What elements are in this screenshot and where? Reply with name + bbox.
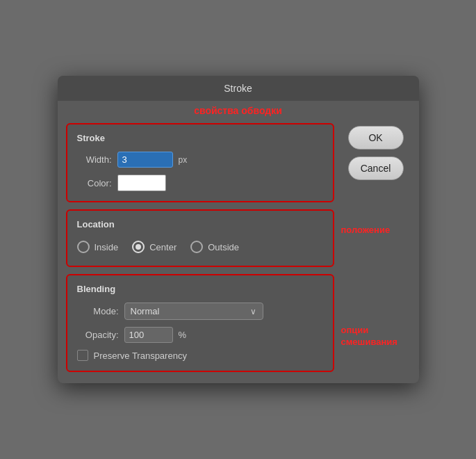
location-radio-group: Inside Center Outside xyxy=(77,238,323,256)
opacity-unit: % xyxy=(179,330,187,340)
preserve-transparency-row: Preserve Transparency xyxy=(77,350,323,361)
color-swatch[interactable] xyxy=(117,175,166,191)
stroke-panel-title: Stroke xyxy=(77,133,323,143)
location-annotation: положение xyxy=(341,225,411,236)
opacity-input[interactable] xyxy=(124,327,173,343)
radio-inside-label: Inside xyxy=(95,242,119,252)
blending-annotation-line1: опции xyxy=(341,325,411,337)
color-label: Color: xyxy=(77,178,112,188)
opacity-label: Opacity: xyxy=(77,330,119,340)
width-label: Width: xyxy=(77,154,112,165)
width-unit: px xyxy=(179,155,188,165)
mode-row: Mode: Normal Dissolve Multiply Screen Ov… xyxy=(77,303,323,320)
radio-center-label: Center xyxy=(149,242,177,252)
left-panels: Stroke Width: px Color: Location I xyxy=(66,123,334,372)
width-row: Width: px xyxy=(77,152,323,168)
radio-inside-button[interactable] xyxy=(77,241,90,253)
dialog-subtitle: свойства обводки xyxy=(58,105,419,116)
preserve-transparency-checkbox[interactable] xyxy=(77,350,88,361)
mode-select-wrapper: Normal Dissolve Multiply Screen Overlay xyxy=(124,303,263,320)
radio-outside-label: Outside xyxy=(208,242,239,252)
stroke-dialog: Stroke свойства обводки Stroke Width: px… xyxy=(58,76,419,383)
radio-outside-button[interactable] xyxy=(190,241,203,253)
preserve-transparency-label: Preserve Transparency xyxy=(94,351,187,361)
radio-center-button[interactable] xyxy=(132,241,145,253)
right-panel: OK Cancel положение опции смешивания xyxy=(341,123,411,372)
width-input[interactable] xyxy=(117,152,173,168)
radio-outside[interactable]: Outside xyxy=(190,241,239,253)
ok-button[interactable]: OK xyxy=(348,126,404,150)
blending-annotation-line2: смешивания xyxy=(341,337,411,348)
blending-panel: Blending Mode: Normal Dissolve Multiply … xyxy=(66,274,334,372)
radio-inside[interactable]: Inside xyxy=(77,241,119,253)
radio-center[interactable]: Center xyxy=(132,241,177,253)
radio-center-dot xyxy=(136,244,141,250)
location-panel-title: Location xyxy=(77,219,323,230)
cancel-button[interactable]: Cancel xyxy=(348,156,404,180)
stroke-panel: Stroke Width: px Color: xyxy=(66,123,334,202)
dialog-title: Stroke xyxy=(224,83,252,94)
color-row: Color: xyxy=(77,175,323,191)
mode-select[interactable]: Normal Dissolve Multiply Screen Overlay xyxy=(124,303,263,320)
blending-panel-title: Blending xyxy=(77,284,323,294)
opacity-row: Opacity: % xyxy=(77,327,323,343)
dialog-title-bar: Stroke xyxy=(58,76,419,101)
location-panel: Location Inside Center Outside xyxy=(66,209,334,267)
main-content: Stroke Width: px Color: Location I xyxy=(58,123,419,372)
mode-label: Mode: xyxy=(77,306,119,316)
annotations-area: положение опции смешивания xyxy=(341,187,411,372)
